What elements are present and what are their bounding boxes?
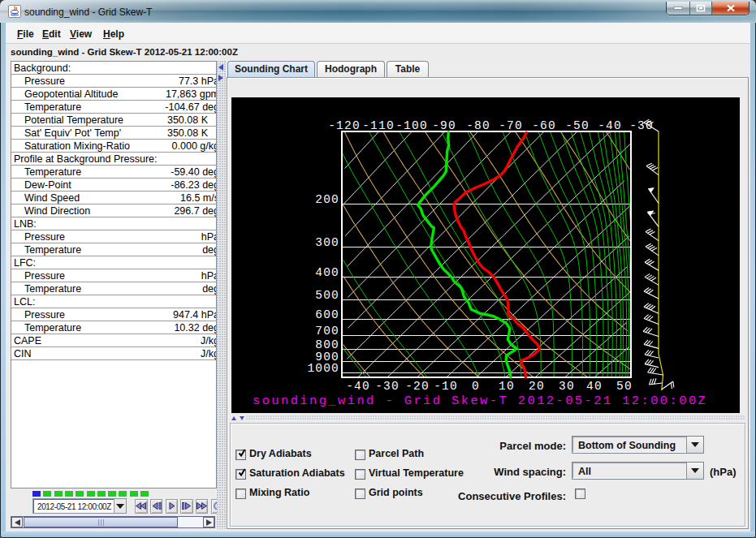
svg-text:20: 20 [529, 380, 545, 393]
svg-text:10: 10 [499, 380, 515, 393]
svg-text:300: 300 [315, 236, 339, 249]
svg-text:800: 800 [315, 338, 339, 351]
svg-text:-110: -110 [362, 119, 395, 132]
svg-text:-60: -60 [532, 119, 556, 132]
svg-text:400: 400 [315, 266, 339, 279]
svg-text:50: 50 [616, 380, 633, 393]
svg-text:200: 200 [315, 193, 339, 206]
svg-text:-80: -80 [466, 119, 490, 132]
svg-text:600: 600 [315, 308, 339, 321]
svg-text:40: 40 [586, 380, 603, 393]
svg-text:0: 0 [472, 380, 480, 393]
svg-text:-20: -20 [405, 380, 430, 393]
svg-text:-30: -30 [375, 380, 400, 393]
svg-text:-50: -50 [565, 119, 590, 132]
svg-text:-10: -10 [434, 380, 458, 393]
svg-text:700: 700 [315, 325, 339, 338]
svg-text:-40: -40 [346, 380, 370, 393]
svg-text:-40: -40 [598, 119, 622, 132]
svg-text:-120: -120 [328, 119, 361, 132]
svg-text:1000: 1000 [307, 362, 339, 375]
svg-text:30: 30 [559, 380, 575, 393]
svg-text:500: 500 [315, 289, 339, 302]
svg-text:sounding_wind - Grid Skew-T 20: sounding_wind - Grid Skew-T 2012-05-21 1… [253, 394, 707, 408]
svg-text:-70: -70 [499, 119, 523, 132]
svg-text:-30: -30 [629, 119, 654, 132]
svg-text:-90: -90 [432, 119, 456, 132]
svg-text:-100: -100 [395, 119, 428, 132]
